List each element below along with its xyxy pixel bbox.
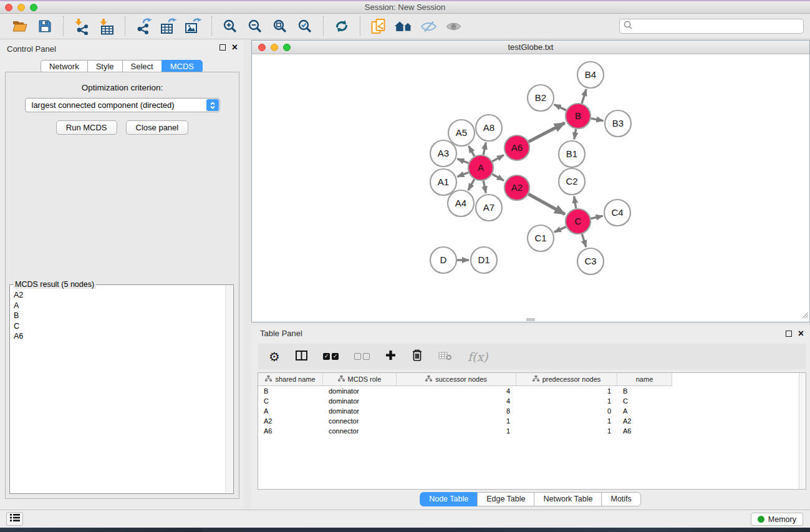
task-history-button[interactable]	[6, 512, 23, 526]
graph-node-B2[interactable]: B2	[528, 85, 554, 111]
table-scrollbar[interactable]	[799, 373, 806, 489]
run-mcds-button[interactable]: Run MCDS	[56, 120, 117, 135]
result-item[interactable]: A2	[14, 290, 223, 301]
zoom-selected-button[interactable]	[292, 16, 317, 36]
column-header[interactable]: name	[617, 373, 672, 386]
graph-edge[interactable]	[468, 179, 475, 190]
export-image-button[interactable]	[181, 16, 206, 36]
graph-edge[interactable]	[469, 146, 475, 157]
graph-node-A7[interactable]: A7	[476, 195, 502, 221]
graph-node-B1[interactable]: B1	[559, 141, 585, 167]
zoom-out-button[interactable]	[243, 16, 268, 36]
add-column-icon[interactable]	[385, 350, 396, 363]
graph-edge[interactable]	[591, 118, 604, 121]
graph-node-C3[interactable]: C3	[577, 248, 604, 274]
graph-node-A8[interactable]: A8	[476, 115, 502, 141]
tab-node-table[interactable]: Node Table	[420, 492, 478, 506]
import-network-button[interactable]	[69, 16, 94, 36]
export-network-button[interactable]	[131, 16, 156, 36]
result-item[interactable]: A	[14, 301, 223, 311]
graph-node-D[interactable]: D	[430, 247, 456, 273]
tab-style[interactable]: Style	[87, 60, 123, 73]
minimize-window-button[interactable]	[17, 4, 25, 11]
network-window-titlebar[interactable]: testGlobe.txt	[252, 41, 809, 54]
result-scrollbar[interactable]	[225, 286, 233, 493]
home-layout-button[interactable]	[391, 16, 416, 36]
show-details-button[interactable]	[441, 16, 466, 36]
resize-grip-icon[interactable]	[801, 310, 809, 321]
export-table-button[interactable]	[156, 16, 181, 36]
minimize-network-button[interactable]	[271, 44, 278, 51]
network-canvas[interactable]: B4B2BB3A8A5A6A3B1AC2A1A2A4A7C4CC1C3DD1	[252, 54, 809, 322]
graph-edge[interactable]	[457, 173, 468, 177]
graph-node-C2[interactable]: C2	[559, 168, 585, 195]
column-header[interactable]: shared name	[258, 373, 323, 386]
tab-mcds[interactable]: MCDS	[162, 60, 203, 73]
horizontal-scrollbar-thumb[interactable]	[526, 318, 535, 321]
float-panel-icon[interactable]	[219, 44, 226, 51]
tab-motifs[interactable]: Motifs	[601, 492, 640, 506]
column-header[interactable]: MCDS role	[323, 373, 397, 386]
graph-node-A1[interactable]: A1	[430, 169, 456, 195]
graph-node-A[interactable]: A	[468, 155, 493, 180]
zoom-window-button[interactable]	[30, 4, 37, 11]
tab-network-table[interactable]: Network Table	[534, 492, 602, 506]
result-item[interactable]: A6	[14, 331, 223, 342]
graph-edge[interactable]	[457, 159, 468, 163]
graph-edge[interactable]	[554, 227, 566, 233]
graph-edge[interactable]	[574, 196, 576, 209]
select-all-columns-icon[interactable]: ✓✓	[323, 353, 339, 360]
graph-edge[interactable]	[582, 234, 586, 247]
import-table-button[interactable]	[94, 16, 119, 36]
tab-select[interactable]: Select	[122, 60, 162, 73]
graph-node-B3[interactable]: B3	[605, 110, 631, 137]
graph-edge[interactable]	[483, 143, 486, 155]
result-item[interactable]: C	[14, 321, 223, 332]
graph-node-C1[interactable]: C1	[528, 225, 554, 251]
graph-edge[interactable]	[582, 89, 586, 104]
open-session-button[interactable]	[7, 16, 32, 36]
graph-node-C[interactable]: C	[566, 209, 591, 234]
close-window-button[interactable]	[5, 4, 12, 11]
table-settings-gear-icon[interactable]: ⚙	[269, 351, 280, 363]
network-from-selection-button[interactable]	[366, 16, 391, 36]
graph-edge[interactable]	[492, 155, 504, 162]
graph-node-A6[interactable]: A6	[504, 135, 529, 160]
close-table-panel-icon[interactable]: ×	[798, 330, 804, 337]
zoom-fit-button[interactable]	[268, 16, 292, 36]
close-network-button[interactable]	[258, 44, 266, 51]
delete-column-icon[interactable]	[412, 349, 423, 364]
criterion-select[interactable]: largest connected component (directed)	[25, 98, 220, 112]
result-item[interactable]: B	[14, 311, 223, 321]
close-panel-icon[interactable]: ×	[232, 44, 238, 51]
graph-edge[interactable]	[483, 181, 486, 193]
table-row[interactable]: A6connector11A6	[258, 426, 806, 436]
memory-button[interactable]: Memory	[751, 513, 803, 526]
tab-edge-table[interactable]: Edge Table	[477, 492, 534, 506]
column-header[interactable]: successor nodes	[397, 373, 516, 386]
tab-network[interactable]: Network	[41, 60, 88, 73]
float-table-panel-icon[interactable]	[786, 331, 792, 337]
table-row[interactable]: A2connector11A2	[258, 416, 806, 426]
hide-details-button[interactable]	[416, 16, 441, 36]
graph-edge[interactable]	[528, 194, 565, 214]
graph-edge[interactable]	[574, 129, 576, 140]
graph-node-D1[interactable]: D1	[471, 247, 497, 273]
graph-edge[interactable]	[554, 104, 566, 110]
column-header[interactable]: predecessor nodes	[516, 373, 617, 386]
table-row[interactable]: Cdominator41C	[258, 396, 806, 406]
graph-node-A3[interactable]: A3	[430, 140, 456, 167]
search-input[interactable]	[635, 22, 799, 31]
graph-edge[interactable]	[529, 123, 565, 142]
show-columns-icon[interactable]	[296, 351, 307, 363]
refresh-button[interactable]	[329, 16, 354, 36]
table-row[interactable]: Adominator80A	[258, 406, 806, 416]
graph-node-A2[interactable]: A2	[504, 175, 529, 200]
graph-edge[interactable]	[492, 174, 504, 180]
graph-node-B4[interactable]: B4	[577, 62, 604, 88]
zoom-network-button[interactable]	[283, 44, 291, 51]
graph-edge[interactable]	[591, 216, 602, 218]
deselect-all-columns-icon[interactable]	[354, 353, 370, 360]
graph-node-A5[interactable]: A5	[448, 120, 475, 146]
close-panel-button[interactable]: Close panel	[126, 120, 189, 135]
